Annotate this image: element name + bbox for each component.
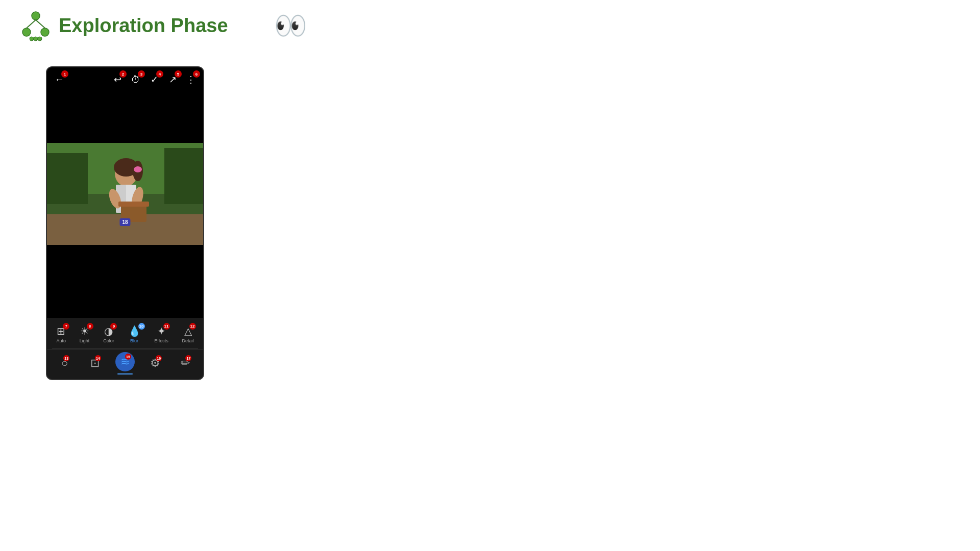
gradient-icon: ⊡ 14	[90, 357, 100, 370]
undo-button[interactable]: ↩ 2	[110, 72, 125, 87]
more-button[interactable]: ⋮ 6	[184, 72, 198, 87]
svg-point-6	[34, 37, 38, 41]
top-bar-left: ← 1	[52, 72, 66, 87]
radial-icon: ○ 13	[61, 357, 68, 370]
sub-tool-radial[interactable]: ○ 13	[52, 357, 77, 370]
color-label: Color	[103, 338, 114, 343]
color-badge: 9	[110, 323, 117, 330]
undo-badge: 2	[119, 70, 127, 78]
svg-line-3	[27, 20, 36, 28]
logo-area: Exploration Phase	[20, 11, 228, 41]
light-label: Light	[80, 338, 90, 343]
top-bar-right: ↩ 2 ⏱ 3 ✓ 4 ↗ 5 ⋮ 6	[110, 72, 198, 87]
blur-icon: 💧 10	[128, 325, 141, 337]
share-badge: 5	[175, 70, 182, 78]
history-button[interactable]: ⏱ 3	[129, 72, 143, 87]
detail-badge: 12	[189, 323, 196, 330]
detail-icon: △ 12	[184, 325, 192, 337]
blur-badge: 10	[138, 323, 145, 330]
photo-area: 18	[47, 143, 203, 321]
apply-button[interactable]: ✓ 4	[147, 72, 161, 87]
page-title: Exploration Phase	[59, 15, 228, 37]
blur-label: Blur	[130, 338, 138, 343]
photo-bottom-black	[47, 245, 203, 321]
effects-badge: 11	[163, 323, 170, 330]
svg-point-1	[22, 28, 31, 36]
back-badge: 1	[61, 70, 68, 78]
toolbar-top-row: ⊞ 7 Auto ☀ 8 Light ◑ 9 Color	[47, 318, 203, 348]
header: Exploration Phase 👀	[0, 0, 980, 52]
color-icon: ◑ 9	[104, 325, 113, 337]
gradient-badge: 14	[95, 355, 101, 361]
svg-point-5	[30, 37, 34, 41]
top-bar: ← 1 ↩ 2 ⏱ 3 ✓ 4 ↗ 5 ⋮ 6	[47, 67, 203, 92]
radial-badge: 13	[63, 355, 69, 361]
toolbar-effects[interactable]: ✦ 11 Effects	[154, 325, 168, 343]
light-badge: 8	[87, 323, 93, 330]
photo-image: 18	[47, 143, 203, 245]
active-indicator	[117, 373, 133, 374]
phone-mockup: ← 1 ↩ 2 ⏱ 3 ✓ 4 ↗ 5 ⋮ 6	[46, 66, 204, 380]
active-circle: ≋ 15	[115, 352, 135, 371]
brush-icon: ✏ 17	[181, 357, 190, 370]
sub-tool-brush[interactable]: ✏ 17	[173, 357, 198, 370]
more-badge: 6	[193, 70, 200, 78]
active-icon: ≋ 15	[120, 355, 130, 368]
auto-badge: 7	[63, 323, 69, 330]
toolbar-blur[interactable]: 💧 10 Blur	[128, 325, 141, 343]
toolbar-detail[interactable]: △ 12 Detail	[182, 325, 194, 343]
share-button[interactable]: ↗ 5	[165, 72, 180, 87]
svg-line-4	[36, 20, 45, 28]
sub-tool-active[interactable]: ≋ 15	[112, 352, 137, 374]
bottom-toolbar: ⊞ 7 Auto ☀ 8 Light ◑ 9 Color	[47, 318, 203, 379]
light-icon: ☀ 8	[80, 325, 89, 337]
effects-label: Effects	[154, 338, 168, 343]
history-badge: 3	[138, 70, 145, 78]
toolbar-color[interactable]: ◑ 9 Color	[103, 325, 114, 343]
toolbar-light[interactable]: ☀ 8 Light	[80, 325, 90, 343]
auto-icon: ⊞ 7	[57, 325, 65, 337]
detail-label: Detail	[182, 338, 194, 343]
effects-icon: ✦ 11	[157, 325, 166, 337]
tree-logo-icon	[20, 11, 51, 41]
eyes-emoji: 👀	[274, 10, 307, 41]
svg-point-7	[38, 37, 42, 41]
top-black-area	[47, 92, 203, 143]
svg-point-2	[41, 28, 49, 36]
svg-point-16	[134, 166, 142, 172]
toolbar-auto[interactable]: ⊞ 7 Auto	[56, 325, 66, 343]
photo-number-label: 18	[119, 218, 130, 226]
active-badge: 15	[125, 354, 131, 360]
photo-svg	[47, 143, 203, 245]
auto-label: Auto	[56, 338, 66, 343]
back-button[interactable]: ← 1	[52, 72, 66, 87]
apply-badge: 4	[156, 70, 163, 78]
svg-rect-10	[47, 153, 88, 204]
brush-badge: 17	[185, 355, 191, 361]
sub-tool-settings[interactable]: ⚙ 16	[143, 357, 168, 370]
sub-tool-gradient[interactable]: ⊡ 14	[82, 357, 107, 370]
svg-rect-11	[164, 148, 203, 204]
svg-rect-22	[118, 202, 149, 207]
svg-point-0	[32, 12, 40, 20]
settings-badge: 16	[156, 355, 162, 361]
toolbar-bottom-row: ○ 13 ⊡ 14 ≋ 15	[47, 349, 203, 377]
settings-icon: ⚙ 16	[150, 357, 160, 370]
